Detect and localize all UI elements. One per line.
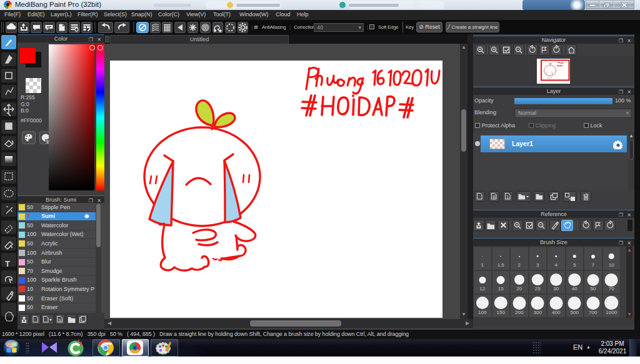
svg-text:S: S xyxy=(59,318,61,322)
svg-text:B: B xyxy=(493,195,496,199)
svg-text:1: 1 xyxy=(507,195,509,199)
svg-text:T: T xyxy=(5,259,10,268)
